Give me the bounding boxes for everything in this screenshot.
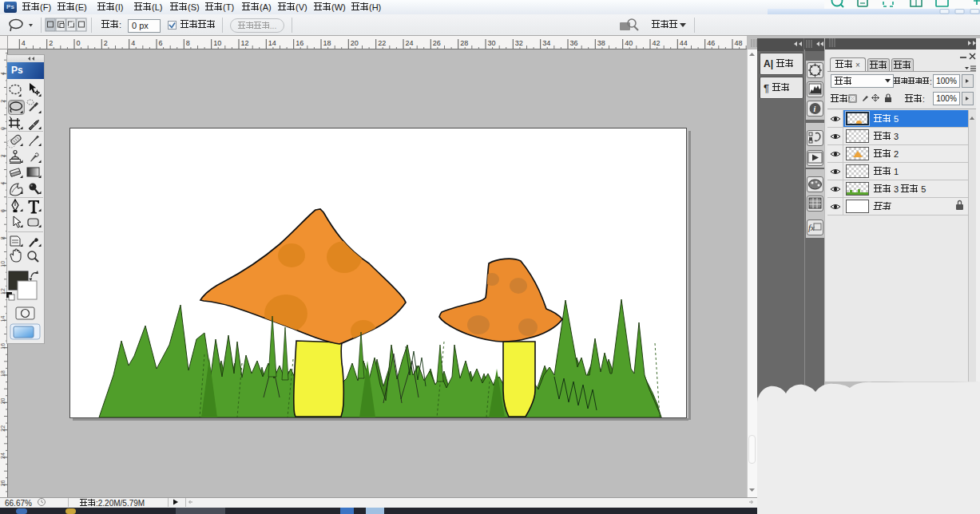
svg-text:36: 36: [570, 39, 578, 47]
svg-text:14: 14: [0, 315, 6, 322]
svg-text:44: 44: [680, 39, 688, 47]
svg-text:18: 18: [323, 39, 331, 47]
svg-text:2: 2: [49, 39, 53, 47]
svg-text:26: 26: [433, 39, 441, 47]
svg-text:20: 20: [351, 39, 359, 47]
svg-text:8: 8: [186, 39, 190, 47]
svg-text:14: 14: [268, 39, 276, 47]
svg-text:16: 16: [296, 39, 304, 47]
svg-text:48: 48: [735, 39, 743, 47]
svg-text:4: 4: [131, 39, 135, 47]
svg-text:4: 4: [0, 72, 6, 75]
svg-text:46: 46: [707, 39, 715, 47]
svg-text:2: 2: [0, 100, 6, 103]
svg-text:24: 24: [406, 39, 414, 47]
svg-text:12: 12: [241, 39, 249, 47]
svg-text:30: 30: [488, 39, 496, 47]
svg-text:4: 4: [22, 39, 26, 47]
svg-text:10: 10: [0, 261, 6, 267]
svg-text:0: 0: [77, 39, 81, 47]
svg-text:42: 42: [653, 39, 661, 47]
svg-text:40: 40: [625, 39, 633, 47]
svg-text:20: 20: [0, 397, 6, 404]
svg-text:34: 34: [542, 39, 550, 47]
svg-text:24: 24: [0, 453, 6, 459]
svg-text:18: 18: [0, 370, 6, 377]
svg-text:2: 2: [0, 154, 6, 157]
svg-text:28: 28: [460, 39, 468, 47]
svg-text:6: 6: [0, 209, 6, 212]
svg-text:6: 6: [159, 39, 163, 47]
svg-text:12: 12: [0, 288, 6, 295]
svg-text:8: 8: [0, 236, 6, 239]
svg-text:10: 10: [213, 39, 221, 47]
svg-text:4: 4: [0, 182, 6, 185]
svg-text:22: 22: [0, 425, 6, 432]
svg-text:16: 16: [0, 343, 6, 350]
svg-text:0: 0: [0, 127, 6, 130]
svg-text:22: 22: [378, 39, 386, 47]
svg-text:38: 38: [597, 39, 605, 47]
svg-text:26: 26: [0, 480, 6, 486]
svg-text:32: 32: [515, 39, 523, 47]
svg-text:2: 2: [104, 39, 108, 47]
